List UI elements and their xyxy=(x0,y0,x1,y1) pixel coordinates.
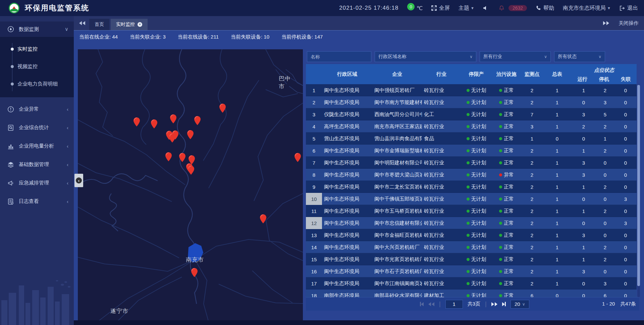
table-scrollbar[interactable] xyxy=(637,84,640,297)
page-size-select[interactable]: 20 ∨ xyxy=(511,300,529,309)
cell-monitor-points: 1 xyxy=(521,132,543,145)
cell-total-meters: 1 xyxy=(543,229,572,241)
org-dropdown[interactable]: 南充市生态环境局 ▼ xyxy=(563,5,611,12)
table-row[interactable]: 9 阆中生态环境局 阆中市二龙长宝页岩砖 砖瓦行业 无计划 正常 2 1 1 2… xyxy=(306,181,637,193)
tab-label: 首页 xyxy=(95,21,104,28)
stat-online-devices: 当前在线设备: 211 xyxy=(178,34,219,40)
sidebar-section-power-analysis[interactable]: 企业用电量分析 ‹ xyxy=(0,137,74,155)
cell-region: 阆中生态环境局 xyxy=(322,96,372,108)
status-dot-icon xyxy=(467,113,470,116)
table-row[interactable]: 10 阆中生态环境局 阆中千佛镇五郎垭页岩 砖瓦行业 无计划 正常 2 1 0 … xyxy=(306,193,637,205)
cell-run-count: 0 xyxy=(572,289,596,297)
table-row[interactable]: 8 阆中生态环境局 阆中市枣碧大梁山页岩 砖瓦行业 无计划 异常 2 1 3 0… xyxy=(306,169,637,181)
page-number-input[interactable]: 1 xyxy=(445,300,463,309)
map-pin[interactable] xyxy=(191,268,198,277)
sidebar-section-base-data[interactable]: 基础数据管理 ‹ xyxy=(0,155,74,174)
stat-offline-enterprises: 当前失联企业: 3 xyxy=(130,34,166,40)
sidebar-section-log-view[interactable]: 日志查看 ‹ xyxy=(0,192,74,211)
map-pin[interactable] xyxy=(260,214,266,223)
tab-label: 实时监控 xyxy=(116,21,135,28)
map-pin[interactable] xyxy=(133,117,140,126)
table-row[interactable]: 15 阆中生态环境局 阆中市光富页岩机砖厂 砖瓦行业 无计划 正常 2 1 1 … xyxy=(306,253,637,265)
table-row[interactable]: 18 南部生态环境局 南部县砂化水泥有限公 建材加工 无计划 正常 6 0 0 … xyxy=(306,289,637,297)
table-row[interactable]: 2 阆中生态环境局 阆中市南方节能建材有 砖瓦行业 无计划 正常 2 1 0 3… xyxy=(306,96,637,108)
table-row[interactable]: 12 阆中生态环境局 阆中市忠信建材有限公 砖瓦行业 无计划 正常 2 1 0 … xyxy=(306,217,637,229)
table-row[interactable]: 1 阆中生态环境局 阆中强锐页岩砖厂 砖瓦行业 无计划 正常 2 1 1 2 0 xyxy=(306,84,637,96)
next-page-button[interactable] xyxy=(491,302,497,306)
cell-run-count: 1 xyxy=(572,253,596,265)
map-pin[interactable] xyxy=(188,166,194,175)
tabs-scroll-right-button[interactable] xyxy=(603,21,609,25)
first-page-button[interactable] xyxy=(420,302,424,306)
tab-realtime-monitor[interactable]: 实时监控 ✕ xyxy=(111,19,148,30)
name-search-field[interactable] xyxy=(307,51,371,62)
table-row[interactable]: 11 阆中生态环境局 阆中市五马桥页岩机砖 砖瓦行业 无计划 正常 2 1 1 … xyxy=(306,205,637,217)
table-row[interactable]: 17 阆中生态环境局 阆中市江南镇阆南页岩 砖瓦行业 无计划 正常 2 1 0 … xyxy=(306,277,637,289)
table-row[interactable]: 4 高坪生态环境局 南充市高坪区王家店建 砖瓦行业 无计划 正常 3 1 2 2… xyxy=(306,120,637,132)
prev-page-button[interactable] xyxy=(428,302,434,306)
table-row[interactable]: 6 阆中生态环境局 阆中市金博瑞新型墙材 砖瓦行业 无计划 正常 2 1 1 2… xyxy=(306,145,637,157)
logout-button[interactable]: 退出 xyxy=(620,5,638,12)
map-panel[interactable]: 巴中市南充市遂宁市 xyxy=(78,49,303,321)
sidebar-collapse-button[interactable]: ‹ xyxy=(74,174,83,187)
cell-lost-count: 0 xyxy=(614,277,637,289)
cell-run-count: 3 xyxy=(572,265,596,277)
notifications-button[interactable]: 2632 xyxy=(499,5,527,11)
map-pin[interactable] xyxy=(194,116,201,125)
map-pin[interactable] xyxy=(219,104,226,113)
table-row[interactable]: 14 阆中生态环境局 阆中大兴页岩机砖厂 砖瓦行业 无计划 正常 2 1 1 2… xyxy=(306,241,637,253)
table-row[interactable]: 7 阆中生态环境局 阆中明阳建材有限公司 砖瓦行业 无计划 正常 2 1 3 0… xyxy=(306,157,637,169)
cell-halt-count: 1 xyxy=(596,132,614,145)
table-row[interactable]: 3 仪陇生态环境局 西南油气田分公司川中 化工 无计划 正常 7 1 3 5 0 xyxy=(306,108,637,120)
cell-run-count: 0 xyxy=(572,96,596,108)
tab-home[interactable]: 首页 xyxy=(89,19,109,30)
chevron-left-icon: ‹ xyxy=(67,180,68,186)
map-pin[interactable] xyxy=(165,152,172,161)
status-dot-icon xyxy=(499,222,502,225)
map-pin[interactable] xyxy=(189,155,195,164)
cell-stop-status: 无计划 xyxy=(461,120,492,132)
last-page-button[interactable] xyxy=(502,302,506,306)
cell-company: 阆中市南方节能建材有 xyxy=(372,96,422,108)
cell-halt-count: 0 xyxy=(596,193,614,205)
scrollbar-thumb[interactable] xyxy=(637,85,640,286)
close-icon[interactable]: ✕ xyxy=(138,22,142,27)
status-select[interactable]: 所有状态 ∨ xyxy=(554,51,605,62)
table-row[interactable]: 5 营山生态环境局 营山县润丰肉食品有限 食品 无计划 正常 1 0 0 1 0 xyxy=(306,132,637,145)
sidebar-item-video-monitor[interactable]: 视频监控 xyxy=(0,58,74,75)
status-dot-icon xyxy=(499,137,502,140)
region-select[interactable]: 行政区域名称 ∨ xyxy=(375,51,476,62)
map-pin[interactable] xyxy=(187,130,194,139)
cell-monitor-points: 2 xyxy=(521,84,543,96)
chevron-down-icon: ∨ xyxy=(544,54,547,59)
chevron-left-icon: ‹ xyxy=(67,162,68,167)
map-pin[interactable] xyxy=(179,153,185,162)
tabs-scroll-left-button[interactable] xyxy=(74,16,89,30)
name-search-input[interactable] xyxy=(311,54,368,59)
theme-dropdown[interactable]: 主题 ▼ xyxy=(459,5,474,12)
map-pin[interactable] xyxy=(170,114,176,123)
sidebar-section-enterprise-abnormal[interactable]: 企业异常 ‹ xyxy=(0,100,74,118)
status-dot-icon xyxy=(499,234,502,237)
fullscreen-button[interactable]: 全屏 xyxy=(431,5,450,12)
map-pin[interactable] xyxy=(294,153,301,162)
cell-company: 南部县砂化水泥有限公 xyxy=(372,289,422,297)
speaker-button[interactable] xyxy=(483,6,490,10)
sidebar-item-realtime-monitor[interactable]: 实时监控 xyxy=(0,40,74,58)
cell-company: 阆中明阳建材有限公司 xyxy=(372,157,422,169)
map-pin[interactable] xyxy=(151,119,157,128)
table-row[interactable]: 13 阆中生态环境局 阆中市金福旺页岩机砖 砖瓦行业 无计划 正常 2 1 3 … xyxy=(306,229,637,241)
sidebar-item-power-load-detail[interactable]: 企业电力负荷明细 xyxy=(0,75,74,93)
sidebar-section-data-monitor[interactable]: 数据监测 ∨ xyxy=(0,21,74,37)
help-button[interactable]: 帮助 xyxy=(536,5,554,12)
sidebar-section-enterprise-statistics[interactable]: 企业综合统计 ‹ xyxy=(0,118,74,137)
status-dot-icon xyxy=(499,294,502,297)
close-operations-button[interactable]: 关闭操作 xyxy=(619,20,639,26)
sidebar-section-emergency-reduction[interactable]: 应急减排管理 ‹ xyxy=(0,174,74,192)
cell-region: 阆中生态环境局 xyxy=(322,277,372,289)
cell-total-meters: 1 xyxy=(543,145,572,157)
map-pin[interactable] xyxy=(172,130,178,140)
industry-select[interactable]: 所有行业 ∨ xyxy=(480,51,551,62)
table-row[interactable]: 16 阆中生态环境局 阆中市石子页岩机砖厂 砖瓦行业 无计划 正常 2 1 3 … xyxy=(306,265,637,277)
total-pages-label: 共3页 xyxy=(468,301,480,307)
